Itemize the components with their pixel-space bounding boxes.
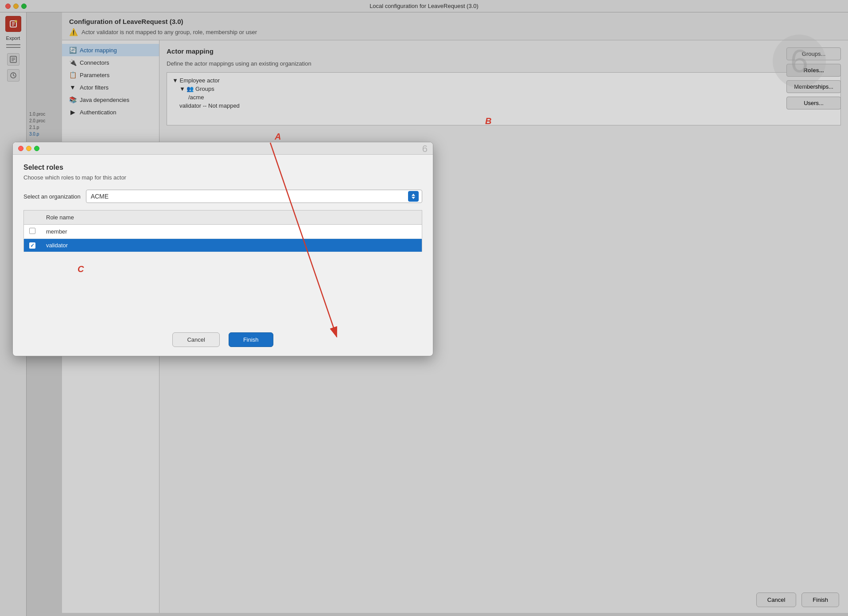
row-checkbox-validator[interactable]: ✓ <box>24 239 41 252</box>
modal-overlay: 6 Select roles Choose which roles to map… <box>0 0 848 616</box>
table-row[interactable]: member <box>24 225 422 239</box>
row-checkbox-member[interactable] <box>24 225 41 239</box>
modal-subtext: Choose which roles to map for this actor <box>23 174 422 181</box>
table-header-checkbox <box>24 211 41 225</box>
role-table-area: Role name member <box>23 210 422 316</box>
modal-logo: 6 <box>422 143 428 155</box>
modal-traffic-lights <box>18 146 39 151</box>
org-select-wrapper: ACME <box>86 190 422 203</box>
modal-title: Select roles <box>23 164 422 172</box>
modal-title-bar: 6 <box>13 142 433 155</box>
org-select-dropdown[interactable]: ACME <box>86 190 422 203</box>
table-row-selected[interactable]: ✓ validator <box>24 239 422 252</box>
modal-footer: Cancel Finish <box>13 325 433 356</box>
checked-icon: ✓ <box>29 242 35 249</box>
modal-finish-button[interactable]: Finish <box>229 332 273 347</box>
main-window: Local configuration for LeaveRequest (3.… <box>0 0 848 616</box>
unchecked-icon <box>29 228 35 234</box>
table-header-role-name: Role name <box>41 211 422 225</box>
modal-cancel-button[interactable]: Cancel <box>172 332 219 347</box>
table-header-row: Role name <box>24 211 422 225</box>
modal-maximize-button <box>34 146 39 151</box>
org-select-label: Select an organization <box>23 193 81 200</box>
select-roles-dialog: 6 Select roles Choose which roles to map… <box>12 142 433 356</box>
row-label-member[interactable]: member <box>41 225 422 239</box>
row-label-validator[interactable]: validator <box>41 239 422 252</box>
org-select-row: Select an organization ACME <box>23 190 422 203</box>
modal-close-button[interactable] <box>18 146 23 151</box>
role-table: Role name member <box>23 210 422 252</box>
modal-body: Select roles Choose which roles to map f… <box>13 155 433 325</box>
modal-minimize-button <box>26 146 31 151</box>
